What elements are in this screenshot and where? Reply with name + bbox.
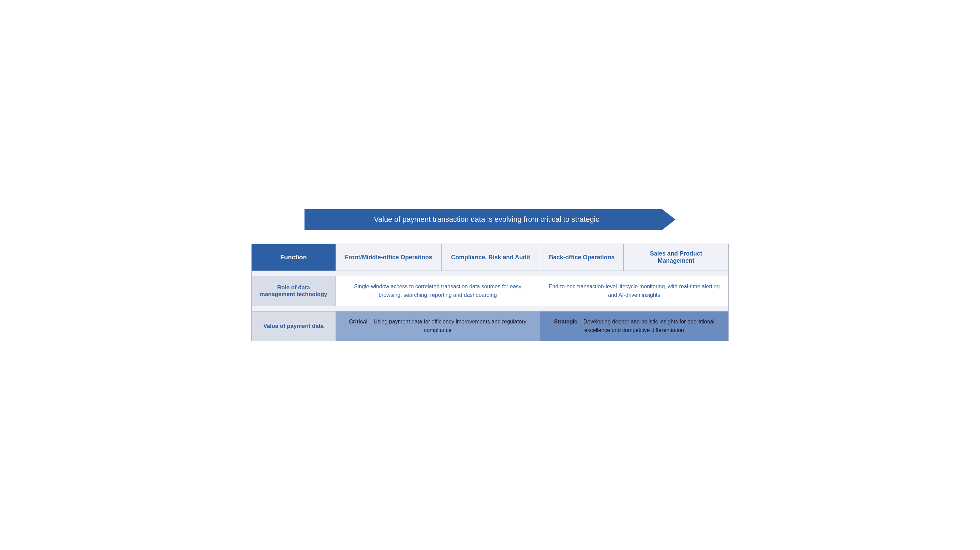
- strategic-cell: Strategic – Developing deeper and holist…: [540, 311, 729, 341]
- function-header-cell: Function: [251, 244, 336, 271]
- critical-text: – Using payment data for efficiency impr…: [368, 319, 527, 333]
- value-label-cell: Value of payment data: [251, 311, 336, 341]
- role-right-cell: End-to-end transaction-level lifecycle m…: [540, 276, 729, 306]
- role-label: Role of data management technology: [260, 284, 327, 298]
- role-label-cell: Role of data management technology: [251, 276, 336, 306]
- spacer-row-2: [251, 306, 729, 311]
- function-label: Function: [280, 253, 307, 261]
- col2-label: Compliance, Risk and Audit: [451, 254, 530, 261]
- role-left-content: Single-window access to correlated trans…: [354, 284, 521, 298]
- col4-label: Sales and Product Management: [650, 250, 702, 264]
- col3-header: Back-office Operations: [540, 244, 624, 271]
- col1-label: Front/Middle-office Operations: [345, 254, 432, 261]
- strategic-text: – Developing deeper and holistic insight…: [577, 319, 714, 333]
- spacer-row-1: [251, 271, 729, 276]
- role-row: Role of data management technology Singl…: [251, 276, 729, 306]
- critical-cell: Critical – Using payment data for effici…: [336, 311, 540, 341]
- role-left-cell: Single-window access to correlated trans…: [336, 276, 540, 306]
- banner-text: Value of payment transaction data is evo…: [374, 215, 600, 223]
- spacer-cell-2: [251, 306, 729, 311]
- role-right-content: End-to-end transaction-level lifecycle m…: [549, 284, 720, 298]
- main-table: Function Front/Middle-office Operations …: [251, 244, 729, 341]
- page-container: Value of payment transaction data is evo…: [251, 209, 729, 341]
- value-label: Value of payment data: [263, 323, 324, 329]
- col1-header: Front/Middle-office Operations: [336, 244, 441, 271]
- col4-header: Sales and Product Management: [624, 244, 729, 271]
- header-row: Function Front/Middle-office Operations …: [251, 244, 729, 271]
- strategic-bold: Strategic: [554, 319, 577, 324]
- col3-label: Back-office Operations: [549, 254, 615, 261]
- arrow-banner: Value of payment transaction data is evo…: [304, 209, 676, 230]
- critical-bold: Critical: [349, 319, 368, 324]
- col2-header: Compliance, Risk and Audit: [442, 244, 540, 271]
- spacer-cell-1: [251, 271, 729, 276]
- banner-wrapper: Value of payment transaction data is evo…: [251, 209, 729, 230]
- value-row: Value of payment data Critical – Using p…: [251, 311, 729, 341]
